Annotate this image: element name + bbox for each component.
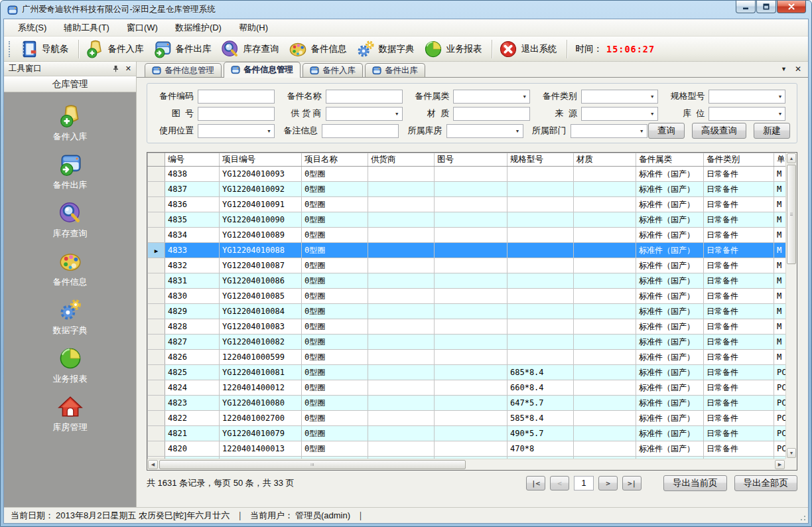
menu-system[interactable]: 系统(S) [9, 19, 55, 37]
grid-cell[interactable]: 0型圈 [302, 228, 368, 243]
location-combobox[interactable]: ▼ [709, 107, 785, 121]
sidebar-item-inventory-query[interactable]: 库存查询 [4, 196, 136, 244]
grid-cell[interactable] [368, 258, 435, 273]
menu-data-maintenance[interactable]: 数据维护(D) [167, 19, 230, 37]
row-selector-cell[interactable] [148, 396, 165, 411]
grid-cell[interactable]: 日常备件 [704, 197, 774, 212]
grid-cell[interactable]: 标准件（国产） [636, 441, 704, 457]
grid-cell[interactable]: YG12204010079 [220, 426, 302, 441]
grid-cell[interactable] [435, 228, 508, 243]
table-row[interactable]: 4821YG122040100790型圈490*5.7标准件（国产）日常备件PC [148, 426, 786, 441]
sidebar-item-stock-in[interactable]: 备件入库 [4, 99, 136, 147]
menu-window[interactable]: 窗口(W) [118, 19, 167, 37]
grid-cell[interactable]: 日常备件 [704, 304, 774, 319]
table-row[interactable]: ▶4833YG122040100880型圈标准件（国产）日常备件M [148, 243, 786, 258]
grid-cell[interactable]: 4835 [165, 212, 220, 228]
grid-cell[interactable] [508, 319, 574, 335]
grid-cell[interactable]: 0型圈 [302, 167, 368, 182]
grid-cell[interactable]: M [774, 228, 786, 243]
grid-cell[interactable] [368, 411, 435, 426]
grid-cell[interactable]: M [774, 289, 786, 304]
grid-cell[interactable]: M [774, 273, 786, 289]
menu-help[interactable]: 帮助(H) [230, 19, 277, 37]
grid-cell[interactable]: YG12204010087 [220, 258, 302, 273]
row-selector-cell[interactable] [148, 258, 165, 273]
grid-cell[interactable]: 4837 [165, 182, 220, 197]
grid-cell[interactable]: 日常备件 [704, 396, 774, 411]
grid-cell[interactable] [574, 350, 636, 365]
sidebar-item-warehouse-manage[interactable]: 库房管理 [4, 390, 136, 438]
grid-cell[interactable]: 4832 [165, 258, 220, 273]
grid-cell[interactable]: M [774, 350, 786, 365]
grid-cell[interactable]: YG12204010092 [220, 182, 302, 197]
toolbar-grip[interactable] [9, 41, 12, 57]
warehouse-group-caption[interactable]: 仓库管理 [4, 76, 136, 92]
grid-cell[interactable] [435, 197, 508, 212]
scroll-down-icon[interactable]: ▼ [787, 448, 796, 458]
part-type-combobox[interactable]: ▼ [581, 90, 658, 104]
prev-page-button[interactable]: < [550, 476, 569, 490]
grid-cell[interactable]: 4831 [165, 273, 220, 289]
grid-cell[interactable]: 0型圈 [302, 350, 368, 365]
grid-cell[interactable]: 标准件（国产） [636, 426, 704, 441]
toolbar-navbar-button[interactable]: 导航条 [16, 38, 75, 60]
grid-cell[interactable]: 标准件（国产） [636, 304, 704, 319]
first-page-button[interactable]: |< [526, 476, 545, 490]
remark-input[interactable] [322, 124, 399, 138]
row-selector-cell[interactable] [148, 426, 165, 441]
sidebar-item-parts-info[interactable]: 备件信息 [4, 244, 136, 293]
grid-cell[interactable]: 日常备件 [704, 243, 774, 258]
grid-cell[interactable]: 0型圈 [302, 441, 368, 457]
grid-cell[interactable] [435, 396, 508, 411]
grid-cell[interactable]: M [774, 167, 786, 182]
table-row[interactable]: 482012204014000130型圈470*8标准件（国产）日常备件PC [148, 441, 786, 457]
grid-cell[interactable] [435, 304, 508, 319]
tab-parts-info-management-2[interactable]: 备件信息管理 [224, 62, 301, 78]
page-number-input[interactable] [574, 476, 594, 490]
grid-cell[interactable]: 4836 [165, 197, 220, 212]
minimize-button[interactable] [736, 1, 756, 13]
grid-cell[interactable]: 日常备件 [704, 167, 774, 182]
grid-cell[interactable]: PC [774, 396, 786, 411]
grid-cell[interactable] [435, 441, 508, 457]
tab-list-dropdown-icon[interactable]: ▼ [781, 66, 787, 72]
grid-cell[interactable]: 685*8.4 [508, 365, 574, 380]
grid-cell[interactable] [508, 197, 574, 212]
grid-cell[interactable] [435, 335, 508, 350]
column-header[interactable]: 项目名称 [302, 153, 368, 167]
grid-cell[interactable]: 日常备件 [704, 411, 774, 426]
table-row[interactable]: 482412204014000120型圈660*8.4标准件（国产）日常备件PC [148, 380, 786, 396]
grid-cell[interactable]: M [774, 212, 786, 228]
column-header[interactable]: 供货商 [368, 153, 435, 167]
grid-cell[interactable] [508, 212, 574, 228]
table-row[interactable]: 4835YG122040100900型圈标准件（国产）日常备件M [148, 212, 786, 228]
grid-cell[interactable] [574, 228, 636, 243]
grid-cell[interactable]: 标准件（国产） [636, 411, 704, 426]
grid-cell[interactable]: 0型圈 [302, 396, 368, 411]
grid-cell[interactable]: PC [774, 441, 786, 457]
grid-cell[interactable]: YG12204010082 [220, 335, 302, 350]
grid-cell[interactable]: PC [774, 426, 786, 441]
grid-cell[interactable]: M [774, 319, 786, 335]
grid-cell[interactable] [368, 212, 435, 228]
table-row[interactable]: 4825YG122040100810型圈685*8.4标准件（国产）日常备件PC [148, 365, 786, 380]
grid-cell[interactable] [574, 258, 636, 273]
grid-cell[interactable]: 标准件（国产） [636, 167, 704, 182]
grid-cell[interactable] [435, 319, 508, 335]
column-header[interactable]: 材质 [574, 153, 636, 167]
grid-cell[interactable] [368, 396, 435, 411]
grid-cell[interactable]: YG12204010090 [220, 212, 302, 228]
table-row[interactable]: 4827YG122040100820型圈标准件（国产）日常备件M [148, 335, 786, 350]
grid-cell[interactable] [508, 228, 574, 243]
grid-cell[interactable]: 标准件（国产） [636, 350, 704, 365]
tab-stock-out[interactable]: 备件出库 [365, 63, 425, 77]
grid-cell[interactable]: 0型圈 [302, 273, 368, 289]
grid-cell[interactable] [368, 426, 435, 441]
grid-cell[interactable]: 4829 [165, 304, 220, 319]
usage-position-combobox[interactable]: ▼ [198, 124, 275, 138]
table-row[interactable]: 4830YG122040100850型圈标准件（国产）日常备件M [148, 289, 786, 304]
row-selector-cell[interactable] [148, 441, 165, 457]
grid-cell[interactable]: 日常备件 [704, 380, 774, 396]
grid-cell[interactable] [508, 243, 574, 258]
grid-cell[interactable] [508, 182, 574, 197]
